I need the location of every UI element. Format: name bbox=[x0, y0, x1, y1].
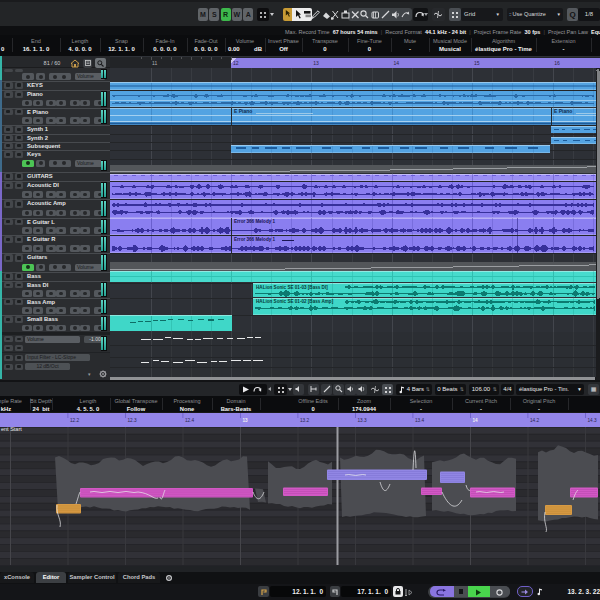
svg-text:12.4: 12.4 bbox=[185, 418, 195, 423]
svg-text:HALion Sonic SE 01-03 [Bass DI: HALion Sonic SE 01-03 [Bass DI] bbox=[256, 285, 328, 290]
svg-text:13.2: 13.2 bbox=[300, 418, 310, 423]
svg-text:13: 13 bbox=[243, 418, 249, 423]
svg-text:Error 366 Melody 1: Error 366 Melody 1 bbox=[234, 237, 276, 242]
svg-text:11: 11 bbox=[152, 60, 157, 66]
svg-text:14: 14 bbox=[473, 418, 479, 423]
svg-text:13: 13 bbox=[313, 60, 319, 66]
svg-text:ent Start: ent Start bbox=[1, 426, 22, 432]
svg-text:E Piano: E Piano bbox=[554, 108, 572, 114]
svg-text:14.2: 14.2 bbox=[530, 418, 540, 423]
svg-text:HALion Sonic SE 01-02 [Bass Am: HALion Sonic SE 01-02 [Bass Amp] bbox=[256, 299, 334, 304]
svg-text:15: 15 bbox=[474, 60, 480, 66]
svg-text:12: 12 bbox=[233, 60, 239, 66]
svg-text:12.2: 12.2 bbox=[70, 418, 80, 423]
svg-text:E Piano: E Piano bbox=[234, 108, 252, 114]
svg-text:Error 366 Melody 1: Error 366 Melody 1 bbox=[234, 219, 276, 224]
svg-text:13.4: 13.4 bbox=[415, 418, 425, 423]
svg-text:14: 14 bbox=[394, 60, 400, 66]
svg-text:13.3: 13.3 bbox=[358, 418, 368, 423]
svg-text:14.3: 14.3 bbox=[588, 418, 598, 423]
svg-text:12.3: 12.3 bbox=[128, 418, 138, 423]
svg-text:16: 16 bbox=[554, 60, 560, 66]
